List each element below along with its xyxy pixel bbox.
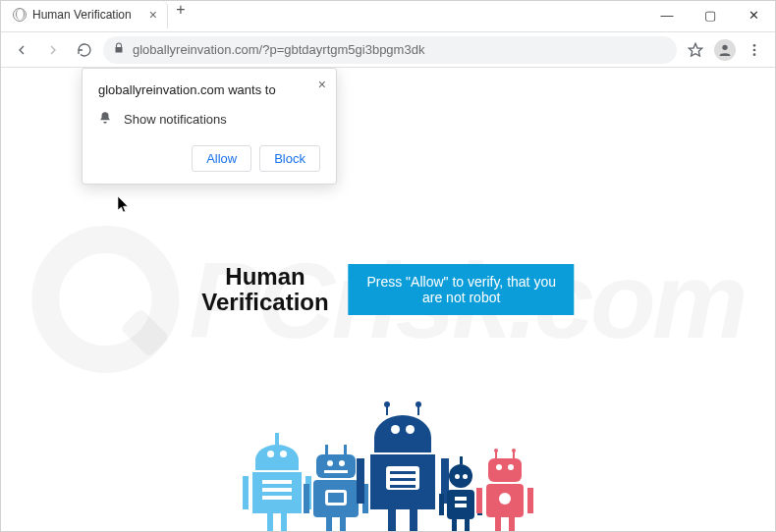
toolbar: globallyreinvation.com/?p=gbtdayrtgm5gi3… — [1, 32, 775, 68]
back-button[interactable] — [9, 37, 34, 63]
reload-button[interactable] — [72, 37, 97, 63]
popup-row-label: Show notifications — [124, 112, 227, 127]
address-bar[interactable]: globallyreinvation.com/?p=gbtdayrtgm5gi3… — [103, 36, 677, 64]
close-button[interactable]: ✕ — [732, 1, 775, 28]
svg-point-4 — [753, 53, 756, 56]
page-content: PCrisk.com × globallyreinvation.com want… — [1, 68, 775, 531]
minimize-button[interactable]: — — [645, 1, 689, 28]
robot-3 — [370, 401, 435, 531]
popup-row: Show notifications — [98, 111, 320, 128]
window-controls: — ▢ ✕ — [645, 1, 775, 28]
star-icon[interactable] — [683, 37, 708, 63]
globe-icon — [13, 8, 27, 22]
forward-button[interactable] — [40, 37, 66, 63]
page-title: HumanVerification — [201, 264, 328, 316]
browser-window: Human Verification × + — ▢ ✕ globallyrei… — [0, 0, 776, 532]
svg-point-2 — [753, 44, 756, 47]
bell-icon — [98, 111, 112, 128]
popup-title: globallyreinvation.com wants to — [98, 82, 320, 97]
robot-4 — [447, 456, 474, 531]
hero: HumanVerification Press "Allow" to verif… — [201, 264, 574, 316]
robot-5 — [486, 449, 524, 531]
svg-point-3 — [753, 48, 756, 51]
popup-close-icon[interactable]: × — [318, 77, 326, 92]
svg-marker-0 — [689, 43, 701, 56]
notification-permission-popup: × globallyreinvation.com wants to Show n… — [82, 68, 337, 185]
tab-title: Human Verification — [32, 8, 132, 22]
block-button[interactable]: Block — [259, 145, 320, 172]
tab-close-icon[interactable]: × — [149, 7, 157, 23]
maximize-button[interactable]: ▢ — [689, 1, 732, 28]
new-tab-button[interactable]: + — [168, 1, 194, 19]
robot-1 — [252, 433, 302, 531]
titlebar: Human Verification × + — ▢ ✕ — [1, 1, 775, 32]
cursor-icon — [117, 195, 131, 216]
instruction-banner: Press "Allow" to verify, that you are no… — [349, 264, 575, 315]
svg-point-1 — [722, 44, 727, 49]
menu-button[interactable] — [742, 37, 767, 63]
allow-button[interactable]: Allow — [192, 145, 251, 172]
browser-tab[interactable]: Human Verification × — [1, 1, 168, 28]
robots-illustration — [252, 401, 524, 531]
url-text: globallyreinvation.com/?p=gbtdayrtgm5gi3… — [133, 42, 424, 57]
profile-button[interactable] — [714, 39, 736, 61]
robot-2 — [313, 445, 359, 531]
lock-icon — [113, 42, 125, 57]
